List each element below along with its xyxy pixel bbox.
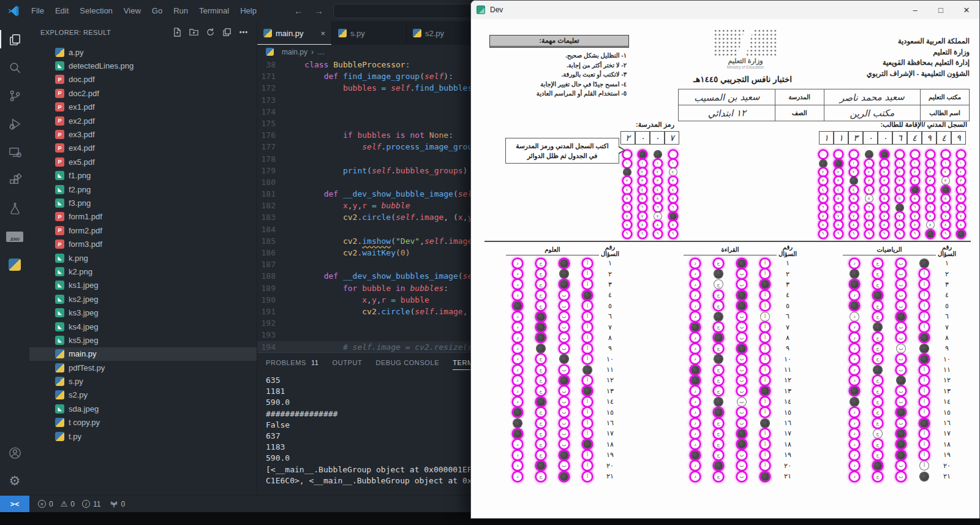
file-item[interactable]: Pform1.pdf (29, 210, 257, 224)
file-item[interactable]: Pex5.pdf (29, 155, 257, 168)
menu-go[interactable]: Go (146, 0, 168, 21)
new-file-icon[interactable] (173, 28, 182, 37)
problems-status[interactable]: × 0 ⚠ 0 i 11 (38, 500, 101, 508)
menu-view[interactable]: View (118, 0, 146, 21)
line-number: 179 (257, 165, 285, 176)
collapse-folders-icon[interactable] (222, 28, 232, 37)
python-extension-icon[interactable] (0, 251, 29, 279)
bubble: ٢ (669, 168, 677, 176)
bubble: ٩ (654, 230, 662, 238)
menu-terminal[interactable]: Terminal (194, 0, 235, 21)
source-control-icon[interactable] (0, 81, 29, 110)
dev-titlebar[interactable]: Dev – □ ✕ (471, 1, 979, 19)
bubble: ٤ (669, 186, 677, 194)
panel-tab-output[interactable]: OUTPUT (333, 353, 363, 372)
tab-close-icon[interactable]: × (320, 29, 325, 38)
file-name: ex4.pdf (69, 143, 95, 153)
menu-bar: FileEditSelectionViewGoRunTerminalHelp (26, 0, 262, 21)
panel-tab-problems[interactable]: PROBLEMS11 (266, 353, 319, 372)
filled-bubble: ب (560, 280, 568, 289)
command-center-search[interactable] (333, 4, 489, 18)
fill-instructions-callout: اكتب السجل المدني ورمز المدرسةفي الجدول … (505, 138, 619, 164)
file-item[interactable]: ◣f1.png (29, 169, 257, 183)
section-divider (484, 241, 971, 242)
file-item[interactable]: s2.py (29, 388, 257, 402)
question-number: ١٥ (777, 409, 799, 417)
bubble: أ (761, 429, 769, 438)
file-item[interactable]: Pex1.pdf (29, 100, 257, 114)
school-digit: ٧ (665, 131, 679, 145)
remote-explorer-icon[interactable] (0, 138, 29, 166)
file-item[interactable]: ◣f2.png (29, 183, 257, 196)
digit-grid-row: ٤٤٤٤٤٤٤٤٤٤ (815, 186, 968, 194)
file-item[interactable]: ◣ks4.jpeg (29, 320, 257, 333)
menu-file[interactable]: File (26, 0, 50, 21)
file-item[interactable]: Pex2.pdf (29, 114, 257, 127)
file-item[interactable]: ◣detectedLines.png (29, 59, 257, 72)
file-item[interactable]: ◣k.png (29, 251, 257, 265)
more-actions-icon[interactable] (239, 28, 248, 37)
file-item[interactable]: main.py (29, 347, 257, 361)
bubble: ٧ (820, 213, 827, 220)
filled-bubble: أ (583, 440, 592, 448)
file-item[interactable]: Pdoc.pdf (29, 73, 257, 86)
file-item[interactable]: ◣ks5.jpeg (29, 333, 257, 347)
extensions-icon[interactable] (0, 166, 29, 194)
file-item[interactable]: t copy.py (29, 416, 257, 429)
tab-s.py[interactable]: s.py (332, 21, 407, 45)
close-button[interactable]: ✕ (954, 1, 979, 19)
refresh-icon[interactable] (206, 28, 215, 37)
search-icon[interactable] (0, 53, 29, 81)
new-folder-icon[interactable] (189, 28, 198, 37)
account-icon[interactable] (0, 439, 29, 467)
menu-help[interactable]: Help (235, 0, 262, 21)
minimize-button[interactable]: – (902, 1, 928, 19)
file-item[interactable]: Pex4.pdf (29, 142, 257, 155)
explorer-icon[interactable] (0, 25, 29, 53)
bubble: ٩ (820, 230, 827, 238)
tab-main.py[interactable]: main.py× (257, 21, 332, 45)
bubble: ٢ (911, 168, 919, 176)
code-text: print(self.bubbles_groups) (285, 165, 467, 176)
nav-back-icon[interactable]: ← (294, 6, 303, 16)
py-file-icon (55, 418, 64, 427)
panel-tab-debug-console[interactable]: DEBUG CONSOLE (375, 353, 439, 372)
file-item[interactable]: Pdoc2.pdf (29, 86, 257, 100)
bubble: د (691, 312, 699, 321)
menu-run[interactable]: Run (168, 0, 194, 21)
nav-forward-icon[interactable]: → (314, 6, 323, 16)
file-item[interactable]: ◣ks3.jpeg (29, 306, 257, 319)
bubble: د (850, 461, 859, 470)
menu-selection[interactable]: Selection (74, 0, 118, 21)
file-item[interactable]: ◣f3.png (29, 196, 257, 210)
filled-bubble: ج (537, 461, 545, 470)
file-item[interactable]: ◣sda.jpeg (29, 402, 257, 415)
ports-status[interactable]: 0 (110, 500, 126, 508)
file-item[interactable]: ◣ks1.jpeg (29, 279, 257, 292)
filled-bubble: د (850, 387, 859, 395)
maximize-button[interactable]: □ (928, 1, 954, 19)
dev-window-title: Dev (490, 6, 503, 14)
file-item[interactable]: Pform3.pdf (29, 237, 257, 251)
run-debug-icon[interactable] (0, 110, 29, 138)
menu-edit[interactable]: Edit (50, 0, 74, 21)
file-item[interactable]: a.py (29, 45, 257, 59)
env-extension-icon[interactable]: .ENV (0, 222, 29, 251)
file-item[interactable]: s.py (29, 374, 257, 388)
file-item[interactable]: pdfTest.py (29, 361, 257, 374)
filled-bubble: د (691, 376, 699, 385)
bubble: ٥ (896, 195, 903, 202)
file-item[interactable]: ◣ks2.jpeg (29, 292, 257, 306)
question-number: ١٤ (777, 398, 799, 406)
registry-digit: ٠ (863, 131, 878, 145)
file-item[interactable]: Pform2.pdf (29, 224, 257, 237)
bubble: ٥ (942, 195, 949, 202)
file-item[interactable]: ◣k2.png (29, 265, 257, 278)
testing-icon[interactable] (0, 194, 29, 222)
settings-gear-icon[interactable]: ⚙ (0, 467, 29, 495)
remote-indicator[interactable]: >< (0, 496, 29, 512)
file-item[interactable]: Pex3.pdf (29, 127, 257, 141)
question-number: ١١ (936, 366, 958, 374)
file-item[interactable]: t.py (29, 429, 257, 443)
bubble: د (850, 376, 859, 385)
